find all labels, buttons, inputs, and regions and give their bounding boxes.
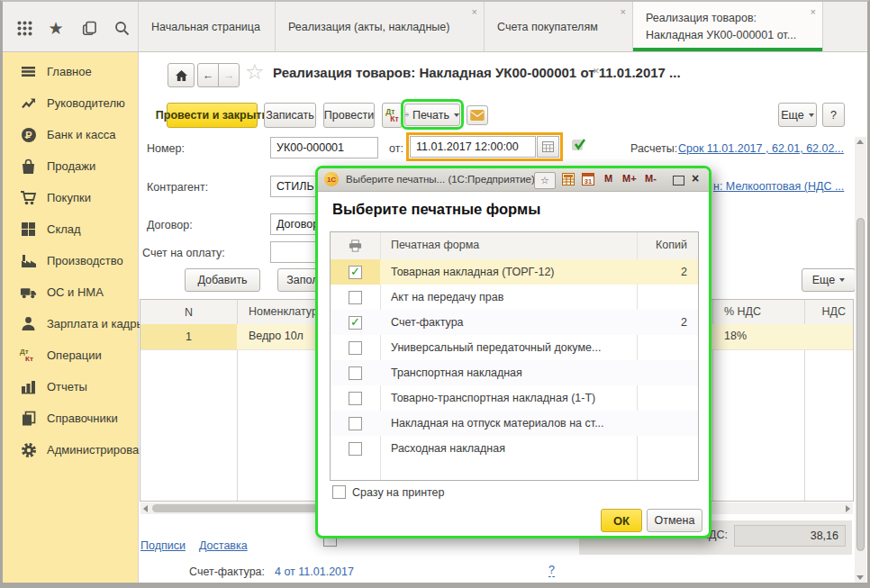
post-status-icon[interactable] [571, 137, 588, 152]
sidebar-item-main[interactable]: Главное [3, 56, 138, 87]
write-button[interactable]: Записать [264, 103, 316, 128]
scroll-down-icon[interactable] [856, 575, 864, 580]
dialog-titlebar[interactable]: 1С Выберите печатны... (1С:Предприятие) … [318, 168, 709, 192]
print-button[interactable]: Печать [404, 104, 460, 126]
print-form-row[interactable]: Транспортная накладная [331, 360, 698, 385]
form-name: Счет-фактура [391, 310, 626, 335]
home-button[interactable] [168, 63, 195, 87]
help-button[interactable]: ? [822, 103, 845, 127]
debit-credit-button[interactable]: Дт Кт [382, 103, 403, 128]
form-checkbox[interactable] [349, 392, 362, 405]
form-checkbox[interactable]: ✓ [349, 316, 362, 330]
print-form-row[interactable]: Накладная на отпуск материалов на ст... [331, 411, 698, 436]
dialog-close-icon[interactable]: × [692, 171, 699, 185]
invoice-link[interactable]: 4 от 11.01.2017 [275, 565, 354, 578]
tab-home[interactable]: Начальная страница [139, 2, 275, 51]
more-button[interactable]: Еще [778, 103, 817, 127]
email-button[interactable] [467, 105, 488, 125]
debit-credit-icon: Дт Кт [385, 108, 398, 123]
signatures-link[interactable]: Подписи [140, 539, 186, 552]
tab-close-icon[interactable]: × [472, 7, 477, 17]
memory-plus-button[interactable]: M+ [622, 173, 637, 184]
form-checkbox[interactable] [349, 291, 362, 304]
search-icon[interactable] [112, 18, 131, 38]
sidebar-item-bank-cash[interactable]: Р Банк и касса [3, 119, 138, 150]
date-input[interactable]: 11.01.2017 12:00:00 [410, 136, 536, 158]
memory-recall-button[interactable]: M [604, 173, 612, 184]
tab-close-icon[interactable]: × [621, 7, 626, 17]
print-form-row[interactable]: Универсальный передаточный докуме... [331, 335, 698, 360]
cancel-button[interactable]: Отмена [647, 509, 702, 532]
scroll-up-icon[interactable] [856, 140, 864, 144]
settlements-link[interactable]: Срок 11.01.2017 , 62.01, 62.02... [678, 142, 844, 155]
number-input[interactable]: УК00-000001 [270, 137, 378, 158]
form-checkbox[interactable] [349, 442, 362, 456]
price-type-link[interactable]: н: Мелкооптовая (НДС ... [713, 180, 861, 193]
sidebar-item-purchases[interactable]: Покупки [3, 182, 138, 213]
cell-vat-percent: 18% [724, 330, 747, 342]
document-close-icon[interactable]: × [593, 64, 600, 77]
ruble-circle-icon: Р [20, 126, 37, 143]
sidebar-item-warehouse[interactable]: Склад [3, 213, 138, 245]
column-header-n: N [140, 300, 237, 324]
sidebar-item-directories[interactable]: Справочники [3, 403, 138, 434]
dialog-favorite-star-icon[interactable]: ☆ [534, 172, 556, 189]
maximize-icon[interactable] [673, 176, 684, 185]
form-copies [637, 335, 698, 360]
sidebar-item-label: Отчеты [47, 380, 87, 394]
date-picker-button[interactable] [537, 136, 559, 158]
print-form-row[interactable]: ✓ Счет-фактура 2 [331, 310, 698, 335]
print-form-row[interactable]: ✓ Товарная накладная (ТОРГ-12) 2 [331, 259, 698, 285]
books-icon [20, 410, 37, 427]
vertical-scroll-thumb[interactable] [856, 218, 865, 551]
sidebar-item-production[interactable]: Производство [3, 245, 138, 276]
sidebar-item-administration[interactable]: Администрирование [3, 434, 138, 466]
add-row-button[interactable]: Добавить [185, 268, 260, 292]
calculator-icon[interactable] [562, 173, 575, 185]
divider [822, 2, 823, 51]
sidebar-item-manager[interactable]: Руководителю [3, 87, 138, 119]
table-more-button[interactable]: Еще [802, 268, 856, 292]
sidebar-item-operations[interactable]: Дт Кт Операции [3, 339, 138, 371]
print-form-row[interactable]: Расходная накладная [331, 436, 698, 461]
delivery-link[interactable]: Доставка [199, 539, 248, 552]
form-checkbox[interactable] [349, 341, 362, 355]
sidebar-item-sales[interactable]: Продажи [3, 150, 138, 182]
calendar-31-icon[interactable]: 31 [582, 173, 594, 185]
tab-close-icon[interactable]: × [811, 7, 816, 17]
post-button[interactable]: Провести [323, 103, 375, 128]
memory-minus-button[interactable]: M- [645, 173, 657, 184]
scroll-right-icon[interactable] [846, 505, 850, 512]
printer-column-icon [349, 240, 362, 252]
form-checkbox[interactable] [349, 366, 362, 380]
horizontal-scroll-thumb[interactable] [152, 504, 341, 512]
apps-grid-icon[interactable] [14, 18, 34, 38]
sidebar-item-reports[interactable]: Отчеты [3, 371, 138, 403]
sidebar-item-label: Покупки [47, 191, 91, 204]
dialog-title: Выберите печатны... (1С:Предприятие) [346, 174, 535, 185]
scroll-left-icon[interactable] [143, 505, 148, 512]
print-form-row[interactable]: Товарно-транспортная накладная (1-Т) [331, 385, 698, 411]
favorite-star-icon[interactable]: ☆ [245, 59, 265, 85]
sidebar-item-label: Продажи [47, 159, 95, 173]
print-form-row[interactable]: Акт на передачу прав [331, 285, 698, 310]
form-checkbox[interactable]: ✓ [349, 266, 362, 279]
home-icon [175, 69, 188, 82]
back-button[interactable]: ← [197, 63, 219, 87]
tab-realization-list[interactable]: Реализация (акты, накладные) × [276, 2, 484, 51]
vertical-scrollbar[interactable] [855, 137, 866, 583]
sidebar-item-label: Склад [47, 222, 81, 236]
sidebar-item-fixed-assets[interactable]: ОС и НМА [3, 276, 138, 308]
tab-realization-document[interactable]: Реализация товаров: Накладная УК00-00000… [633, 2, 822, 51]
post-and-close-button[interactable]: Провести и закрыть [167, 103, 258, 128]
print-immediately-checkbox[interactable] [332, 485, 346, 499]
favorites-star-icon[interactable]: ★ [46, 18, 66, 38]
form-checkbox[interactable] [349, 417, 362, 430]
tab-invoices[interactable]: Счета покупателям × [485, 2, 632, 51]
forward-button[interactable]: → [218, 63, 240, 87]
history-icon[interactable] [79, 18, 99, 38]
form-copies: 2 [637, 259, 698, 285]
sidebar-item-salary-hr[interactable]: Зарплата и кадры [3, 308, 138, 339]
footer-help-link[interactable]: ? [548, 564, 555, 577]
ok-button[interactable]: ОК [601, 509, 642, 532]
